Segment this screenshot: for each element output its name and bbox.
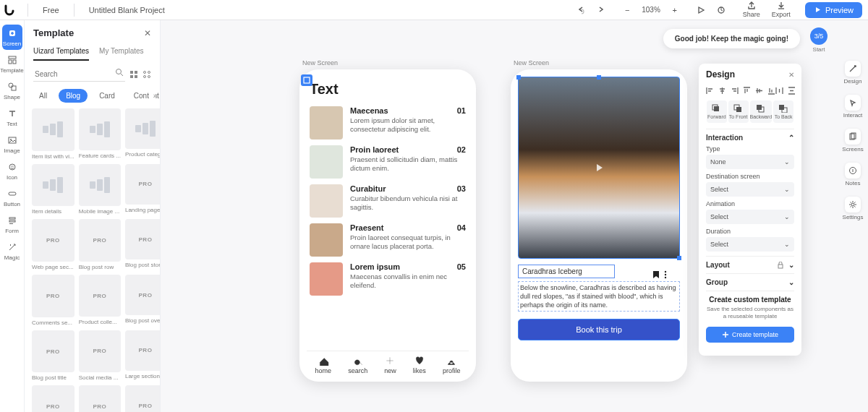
template-item[interactable]: Item list with vi... — [32, 108, 75, 160]
template-item[interactable]: PROBlog post stor... — [125, 219, 160, 270]
tab-my-templates[interactable]: My Templates — [99, 43, 144, 61]
onboarding-start[interactable]: 3/5 Start — [810, 27, 827, 53]
tabbar-likes[interactable]: likes — [413, 356, 426, 374]
list-view-icon[interactable] — [142, 70, 151, 79]
list-item[interactable]: Proin laoreet02Praesent id sollicitudin … — [307, 142, 469, 181]
screen-label-1[interactable]: New Screen — [302, 59, 338, 66]
tabbar-search[interactable]: search — [348, 356, 367, 374]
category-blog[interactable]: Blog — [59, 89, 88, 103]
screen-label-2[interactable]: New Screen — [514, 59, 549, 66]
template-item[interactable]: PROLarge section — [125, 330, 160, 382]
rail-shape[interactable]: Shape — [2, 78, 22, 103]
screen-heading[interactable]: Text — [307, 77, 469, 103]
rail-text[interactable]: Text — [2, 105, 22, 130]
panel-close-button[interactable]: ✕ — [144, 28, 151, 38]
selection-badge[interactable] — [301, 74, 312, 86]
category-scroll-right[interactable]: › — [149, 92, 156, 100]
template-item[interactable]: Product categ... — [125, 108, 160, 160]
zoom-out-button[interactable]: − — [618, 1, 636, 19]
rrail-interact[interactable]: Interact — [843, 95, 863, 119]
project-title[interactable]: Untitled Blank Project — [82, 6, 172, 14]
distribute-v-icon[interactable] — [788, 87, 796, 95]
tab-uizard-templates[interactable]: Uizard Templates — [33, 43, 89, 61]
zoom-level[interactable]: 103% — [639, 6, 663, 14]
grid-view-icon[interactable] — [129, 70, 138, 79]
align-left-icon[interactable] — [706, 87, 714, 95]
align-top-icon[interactable] — [743, 87, 751, 95]
rrail-design[interactable]: Design — [844, 61, 862, 85]
design-panel-close[interactable]: ✕ — [788, 71, 794, 79]
order-forward[interactable]: Forward — [707, 100, 727, 123]
template-item[interactable]: Item details — [32, 164, 75, 215]
rail-template[interactable]: Template — [2, 51, 22, 77]
rail-button[interactable]: Button — [2, 185, 22, 210]
list-item[interactable]: Curabitur03Curabitur bibendum vehicula n… — [307, 181, 469, 220]
rrail-settings[interactable]: Settings — [843, 197, 864, 220]
create-template-button[interactable]: Create template — [706, 327, 794, 343]
order-backward[interactable]: Backward — [750, 100, 773, 123]
rail-form[interactable]: Form — [2, 212, 22, 237]
list-item[interactable]: Lorem ipsum05Maecenas convallis in enim … — [307, 259, 469, 299]
handoff-button[interactable] — [712, 1, 730, 19]
order-toback[interactable]: To Back — [773, 100, 793, 123]
category-all[interactable]: All — [32, 89, 54, 103]
device-frame-1[interactable]: Text Maecenas01Lorem ipsum dolor sit ame… — [299, 69, 476, 382]
template-item[interactable]: PROLanding page... — [125, 164, 160, 215]
zoom-in-button[interactable]: + — [666, 1, 684, 19]
rail-screen[interactable]: Screen — [2, 25, 22, 50]
template-item[interactable]: Feature cards ... — [79, 108, 121, 160]
align-right-icon[interactable] — [731, 87, 739, 95]
play-button[interactable] — [692, 1, 710, 19]
rail-magic[interactable]: Magic — [2, 239, 22, 264]
share-button[interactable]: Share — [739, 1, 765, 18]
trip-title-input[interactable] — [518, 265, 615, 278]
animation-select[interactable]: Select⌄ — [706, 210, 794, 224]
tabbar-new[interactable]: new — [384, 356, 396, 374]
plan-label[interactable]: Free — [35, 6, 67, 14]
redo-button[interactable] — [592, 1, 610, 19]
template-item[interactable]: PROProduct colle... — [79, 275, 121, 326]
layout-section[interactable]: Layout — [706, 261, 730, 269]
order-tofront[interactable]: To Front — [728, 100, 749, 123]
template-item[interactable]: PROBlog post row — [79, 219, 121, 270]
template-item[interactable]: PROBlog post ove... — [125, 275, 160, 326]
tabbar-profile[interactable]: profile — [443, 356, 461, 374]
interaction-section[interactable]: Interaction — [706, 134, 743, 142]
trip-body-text[interactable]: Below the snowline, Caradhras is describ… — [518, 281, 680, 312]
book-trip-button[interactable]: Book this trip — [518, 319, 680, 340]
align-bottom-icon[interactable] — [767, 87, 775, 95]
bookmark-icon[interactable] — [652, 270, 660, 279]
app-logo[interactable] — [0, 0, 20, 20]
list-item[interactable]: Maecenas01Lorem ipsum dolor sit amet, co… — [307, 103, 469, 142]
interaction-type-select[interactable]: None⌄ — [706, 155, 794, 169]
align-center-v-icon[interactable] — [755, 87, 763, 95]
canvas-area[interactable]: New Screen New Screen Good job! Keep the… — [161, 20, 838, 412]
device-frame-2[interactable]: Below the snowline, Caradhras is describ… — [511, 69, 687, 382]
undo-button[interactable] — [572, 1, 590, 19]
more-icon[interactable] — [663, 270, 668, 279]


duration-select[interactable]: Select⌄ — [706, 237, 794, 252]
group-section[interactable]: Group — [706, 278, 728, 286]
template-item[interactable]: PROBlog post title — [32, 330, 75, 382]
template-item[interactable]: PRO — [79, 385, 121, 412]
play-overlay-icon[interactable] — [593, 162, 605, 173]
destination-select[interactable]: Select⌄ — [706, 182, 794, 197]
template-item[interactable]: PROWeb page sec... — [32, 219, 75, 270]
template-item[interactable]: PROSocial media ... — [79, 330, 121, 382]
lock-icon[interactable] — [777, 262, 784, 269]
export-button[interactable]: Export — [767, 1, 795, 18]
align-center-h-icon[interactable] — [718, 87, 726, 95]
list-item[interactable]: Praesent04Proin laoreet consequat turpis… — [307, 220, 469, 259]
template-item[interactable]: PRO — [125, 385, 160, 412]
category-card[interactable]: Card — [92, 89, 122, 103]
rrail-notes[interactable]: Notes — [845, 163, 861, 186]
preview-button[interactable]: Preview — [805, 2, 862, 18]
rail-image[interactable]: Image — [2, 132, 22, 157]
distribute-h-icon[interactable] — [775, 87, 783, 95]
tabbar-home[interactable]: home — [315, 356, 332, 374]
template-item[interactable]: PRO — [32, 385, 75, 412]
template-item[interactable]: Mobile image ... — [79, 164, 121, 215]
hero-image[interactable] — [518, 77, 680, 259]
template-item[interactable]: PROComments se... — [32, 275, 75, 326]
rail-icon[interactable]: Icon — [2, 158, 22, 184]
